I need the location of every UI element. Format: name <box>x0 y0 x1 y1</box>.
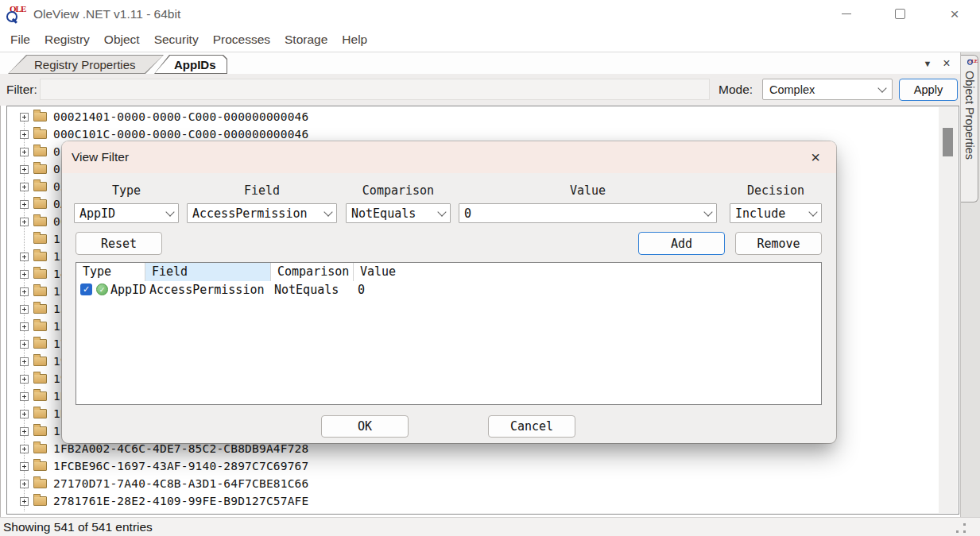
filter-list: Type Field Comparison Value AppID Access… <box>76 262 822 405</box>
expand-icon[interactable] <box>20 183 29 191</box>
tree-row[interactable]: 27170D71-7A40-4C8B-A3D1-64F7CBE81C66 <box>7 475 938 492</box>
expand-icon[interactable] <box>20 392 29 401</box>
chevron-down-icon <box>877 83 886 92</box>
tree-row[interactable]: 00021401-0000-0000-C000-000000000046 <box>7 108 938 125</box>
resize-grip[interactable] <box>956 523 966 533</box>
maximize-icon <box>895 9 905 19</box>
app-logo-icon: OLE <box>6 3 29 25</box>
tree-row[interactable]: 2781761E-28E2-4109-99FE-B9D127C57AFE <box>7 492 938 510</box>
close-tab-icon: × <box>943 57 950 70</box>
tree-row[interactable]: 1FCBE96C-1697-43AF-9140-2897C7C69767 <box>7 457 938 475</box>
menu-file[interactable]: File <box>10 28 37 52</box>
ok-button[interactable]: OK <box>321 415 409 438</box>
expand-icon[interactable] <box>20 427 29 436</box>
object-properties-tab[interactable]: OLE Object Properties <box>961 55 978 202</box>
column-header-comparison[interactable]: Comparison <box>271 263 354 281</box>
type-select[interactable]: AppID <box>74 203 179 223</box>
tab-registry-properties[interactable]: Registry Properties <box>8 55 164 74</box>
decision-label: Decision <box>730 183 822 199</box>
field-select[interactable]: AccessPermission <box>187 203 337 223</box>
expand-icon[interactable] <box>20 287 29 296</box>
filter-rule-row[interactable]: AppID AccessPermission NotEquals 0 <box>76 281 821 299</box>
reset-button[interactable]: Reset <box>76 232 162 255</box>
apply-button[interactable]: Apply <box>899 79 958 101</box>
expand-icon[interactable] <box>20 218 29 226</box>
expand-icon[interactable] <box>20 410 29 418</box>
folder-icon <box>33 444 47 453</box>
rule-comparison: NotEquals <box>274 283 339 297</box>
expand-icon[interactable] <box>20 165 29 174</box>
expand-icon[interactable] <box>20 305 29 314</box>
vertical-scrollbar[interactable] <box>939 107 958 513</box>
folder-icon <box>33 391 47 401</box>
expand-icon[interactable] <box>20 322 29 331</box>
menu-bar: File Registry Object Security Processes … <box>0 28 980 52</box>
tab-list-dropdown-button[interactable]: ▼ <box>919 56 936 71</box>
maximize-button[interactable] <box>886 0 913 28</box>
filter-input[interactable] <box>40 79 710 100</box>
chevron-down-icon <box>703 207 712 216</box>
menu-help[interactable]: Help <box>335 28 374 52</box>
tab-close-button[interactable]: × <box>938 56 955 71</box>
rule-enabled-checkbox[interactable] <box>80 283 92 295</box>
menu-object[interactable]: Object <box>97 28 147 52</box>
expand-icon[interactable] <box>20 340 29 349</box>
folder-icon <box>33 409 47 418</box>
close-button[interactable]: × <box>941 0 968 28</box>
app-logo-icon: OLE <box>967 58 974 65</box>
chevron-down-icon <box>808 207 817 216</box>
column-header-value[interactable]: Value <box>354 263 821 281</box>
expand-icon[interactable] <box>20 200 29 209</box>
comparison-select[interactable]: NotEquals <box>346 203 451 223</box>
expand-icon[interactable] <box>20 375 29 384</box>
folder-icon <box>33 147 47 156</box>
title-bar: OLE OleView .NET v1.11 - 64bit × <box>0 0 980 28</box>
value-label: Value <box>459 183 717 199</box>
cancel-button[interactable]: Cancel <box>488 415 575 438</box>
value-combo-input[interactable]: 0 <box>459 203 717 223</box>
expand-icon[interactable] <box>20 253 29 261</box>
rule-value: 0 <box>358 283 365 297</box>
mode-select[interactable]: Complex <box>762 79 893 100</box>
comparison-label: Comparison <box>346 183 451 199</box>
folder-icon <box>33 182 47 191</box>
expand-icon[interactable] <box>20 270 29 279</box>
expand-icon[interactable] <box>20 497 29 506</box>
add-button[interactable]: Add <box>638 232 725 255</box>
tree-row[interactable]: 000C101C-0000-0000-C000-000000000046 <box>7 125 938 143</box>
column-header-type[interactable]: Type <box>76 263 145 281</box>
expand-icon[interactable] <box>20 445 29 453</box>
folder-icon <box>33 496 47 506</box>
minimize-icon <box>842 13 851 15</box>
scrollbar-thumb[interactable] <box>943 128 953 156</box>
tree-item-label: 27170D71-7A40-4C8B-A3D1-64F7CBE81C66 <box>53 477 308 490</box>
remove-button[interactable]: Remove <box>735 232 822 255</box>
menu-security[interactable]: Security <box>147 28 206 52</box>
menu-processes[interactable]: Processes <box>206 28 277 52</box>
expand-icon[interactable] <box>20 148 29 156</box>
menu-storage[interactable]: Storage <box>277 28 335 52</box>
status-text: Showing 541 of 541 entries <box>3 518 153 536</box>
expand-icon[interactable] <box>20 480 29 488</box>
column-header-field[interactable]: Field <box>145 263 271 281</box>
minimize-button[interactable] <box>833 0 860 28</box>
tab-appids[interactable]: AppIDs <box>154 55 227 74</box>
folder-icon <box>33 426 47 436</box>
object-properties-label: Object Properties <box>963 71 976 160</box>
dialog-title-bar[interactable]: View Filter × <box>62 141 836 173</box>
rule-field: AccessPermission <box>149 283 265 297</box>
dialog-close-button[interactable]: × <box>806 148 825 167</box>
tree-item-label: 2781761E-28E2-4109-99FE-B9D127C57AFE <box>53 495 308 507</box>
expand-icon[interactable] <box>20 113 29 121</box>
folder-icon <box>33 199 47 209</box>
folder-icon <box>33 461 47 471</box>
expand-icon[interactable] <box>20 462 29 471</box>
menu-registry[interactable]: Registry <box>37 28 97 52</box>
expand-icon[interactable] <box>20 357 29 366</box>
oleview-window: { "titlebar": { "title": "OleView .NET v… <box>0 0 980 536</box>
dialog-title: View Filter <box>72 141 129 173</box>
decision-select[interactable]: Include <box>730 203 822 223</box>
expand-icon[interactable] <box>20 130 29 139</box>
folder-icon <box>33 479 47 488</box>
mode-selected-value: Complex <box>769 83 815 96</box>
